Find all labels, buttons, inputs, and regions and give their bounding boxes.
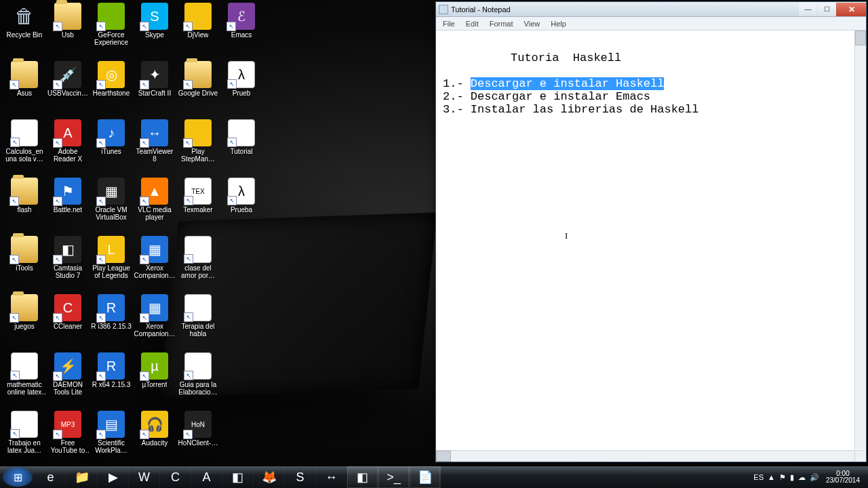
desktop-icon-vlc-media-player[interactable]: ▲VLC media player [133,178,176,226]
desktop-icon-honclient-[interactable]: HoNHoNClient-… [176,411,220,460]
start-button[interactable]: ⊞ [3,468,33,487]
tray-volume-icon[interactable]: 🔊 [810,473,819,482]
taskbar-item-adobe[interactable]: A [191,466,222,488]
taskbar-item-pptview[interactable]: ◧ [222,466,254,488]
desktop-icon-battle-net[interactable]: ⚑Battle.net [46,178,90,226]
taskbar-item-explorer[interactable]: 📁 [66,466,98,488]
tray-battery-icon[interactable]: ▮ [790,473,794,482]
desktop-icon-emacs[interactable]: ℰEmacs [220,3,263,52]
desktop-icon-skype[interactable]: SSkype [133,3,176,52]
folder-icon [184,61,212,88]
desktop-icons: 🗑Recycle BinUsbGeForce ExperienceSSkypeD… [3,3,263,460]
taskbar-item-chrome[interactable]: C [160,466,191,488]
menu-view[interactable]: View [520,18,545,29]
desktop-icon-label: Oracle VM VirtualBox [90,206,132,221]
desktop-icon-audacity[interactable]: 🎧Audacity [133,411,176,460]
desktop-icon-itools[interactable]: iTools [3,236,46,285]
app-icon: ▦ [98,178,125,205]
desktop-icon-itunes[interactable]: ♪iTunes [90,119,133,168]
taskbar-item-camtasia[interactable]: ◧ [347,466,378,488]
desktop-icon-label: Adobe Reader X [47,148,89,163]
desktop-icon-asus[interactable]: Asus [3,61,46,110]
tray-action-center-icon[interactable]: ⚑ [779,473,786,482]
menu-file[interactable]: File [439,18,459,29]
desktop-icon-juegos[interactable]: juegos [3,294,46,343]
desktop-icon-geforce-experience[interactable]: GeForce Experience [90,3,133,52]
desktop-icon-terapia-del-habla[interactable]: Terapia del habla [176,294,220,343]
desktop-icon-ccleaner[interactable]: CCCleaner [46,294,90,343]
desktop-icon-play-league-of-legends[interactable]: LPlay League of Legends [90,236,133,285]
desktop-icon-clase-del-amor-por-[interactable]: clase del amor por… [176,236,220,285]
desktop-icon-trabajo-en-latex-jua-[interactable]: Trabajo en latex Jua… [3,411,46,460]
notepad-textarea[interactable]: Tutoria Haskell 1.- Descargar e instalar… [436,30,866,462]
tray-cloud-icon[interactable]: ☁ [798,473,806,482]
tray-clock[interactable]: 0:00 23/07/2014 [823,470,863,484]
desktop-icon-prueba[interactable]: λPrueba [220,178,263,226]
menu-help[interactable]: Help [547,18,570,29]
app-icon: HoN [184,411,212,438]
close-button[interactable]: ✕ [836,3,866,16]
desktop-icon-label: Play League of Legends [90,264,132,279]
app-icon [184,3,212,30]
desktop-icon-starcraft-ii[interactable]: ✦StarCraft II [133,61,176,110]
taskbar-item-word[interactable]: W [129,466,160,488]
desktop[interactable]: 🗑Recycle BinUsbGeForce ExperienceSSkypeD… [0,0,868,488]
taskbar-item-firefox[interactable]: 🦊 [254,466,285,488]
menu-format[interactable]: Format [486,18,517,29]
minimize-button[interactable]: — [798,3,817,16]
taskbar-item-notepad[interactable]: 📄 [410,466,441,488]
tray-chevron-icon[interactable]: ▲ [768,473,775,481]
desktop-icon-djview[interactable]: DjView [176,3,220,52]
desktop-icon-adobe-reader-x[interactable]: AAdobe Reader X [46,119,90,168]
desktop-icon-r-x64-2-15-3[interactable]: RR x64 2.15.3 [90,352,133,401]
taskbar[interactable]: ⊞ e📁▶WCA◧🦊S↔◧>_📄 ES ▲ ⚑ ▮ ☁ 🔊 0:00 23/07… [0,466,868,488]
desktop-icon-label: Xerox Companion… [134,264,176,279]
desktop-icon-teamviewer-8[interactable]: ↔TeamViewer 8 [133,119,176,168]
desktop-icon-label: Usb [62,31,74,39]
desktop-icon-daemon-tools-lite[interactable]: ⚡DAEMON Tools Lite [46,352,90,401]
desktop-icon-tutorial[interactable]: Tutorial [220,119,263,168]
desktop-icon--torrent[interactable]: µµTorrent [133,352,176,401]
desktop-icon-prueb[interactable]: λPrueb [220,61,263,110]
scrollbar-vertical[interactable] [854,30,866,449]
desktop-icon-flash[interactable]: flash [3,178,46,226]
taskbar-item-wmp[interactable]: ▶ [98,466,129,488]
desktop-icon-free-youtube-to-mp3-con-[interactable]: MP3Free YouTube to MP3 Con… [46,411,90,460]
notepad-titlebar[interactable]: Tutorial - Notepad — ☐ ✕ [436,2,866,17]
taskbar-item-cmd[interactable]: >_ [378,466,410,488]
desktop-icon-label: VLC media player [134,206,176,221]
desktop-icon-usbvaccin-[interactable]: 💉USBVaccin… [46,61,90,110]
desktop-icon-calculos-en-una-sola-v-[interactable]: Calculos_en una sola v… [3,119,46,168]
desktop-icon-xerox-companion-[interactable]: ▦Xerox Companion… [133,236,176,285]
desktop-icon-scientific-workpla-[interactable]: ▤Scientific WorkPla… [90,411,133,460]
desktop-icon-usb[interactable]: Usb [46,3,90,52]
app-icon: R [98,294,125,321]
desktop-icon-xerox-companion-[interactable]: ▦Xerox Companion… [133,294,176,343]
desktop-icon-hearthstone[interactable]: ◎Hearthstone [90,61,133,110]
scrollbar-horizontal[interactable] [436,450,854,462]
desktop-icon-label: HoNClient-… [178,439,218,447]
desktop-icon-mathematic-online-latex-[interactable]: mathematic online latex … [3,352,46,401]
taskbar-item-teamviewer[interactable]: ↔ [316,466,347,488]
desktop-icon-oracle-vm-virtualbox[interactable]: ▦Oracle VM VirtualBox [90,178,133,226]
desktop-icon-label: clase del amor por… [177,264,219,279]
notepad-window[interactable]: Tutorial - Notepad — ☐ ✕ FileEditFormatV… [435,1,867,462]
taskbar-item-skype[interactable]: S [285,466,316,488]
desktop-icon-camtasia-studio-7[interactable]: ◧Camtasia Studio 7 [46,236,90,285]
app-icon [11,352,38,380]
app-icon: 🎧 [141,411,168,438]
desktop-icon-google-drive[interactable]: Google Drive [176,61,220,110]
desktop-icon-texmaker[interactable]: TEXTexmaker [176,178,220,226]
desktop-icon-play-stepman-[interactable]: Play StepMan… [176,119,220,168]
tray-language[interactable]: ES [753,473,764,481]
folder-icon [11,236,38,263]
taskbar-item-ie[interactable]: e [35,466,66,488]
menu-edit[interactable]: Edit [462,18,483,29]
desktop-icon-label: CCleaner [54,323,82,330]
desktop-icon-recycle-bin[interactable]: 🗑Recycle Bin [3,3,46,52]
notepad-menubar[interactable]: FileEditFormatViewHelp [436,17,866,30]
system-tray[interactable]: ES ▲ ⚑ ▮ ☁ 🔊 0:00 23/07/2014 [748,466,868,488]
desktop-icon-r-i386-2-15-3[interactable]: RR i386 2.15.3 [90,294,133,343]
maximize-button[interactable]: ☐ [817,3,836,16]
desktop-icon-guia-para-la-elaboracio-[interactable]: Guia para la Elaboracio… [176,352,220,401]
